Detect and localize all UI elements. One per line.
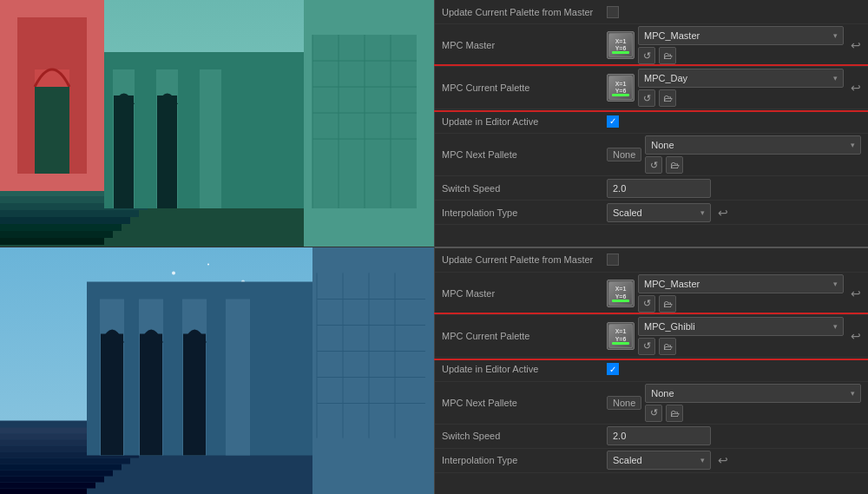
dropdown-mpc-next-2[interactable]: None ▾ <box>645 384 861 403</box>
svg-rect-45 <box>0 477 104 483</box>
chevron-mpc-current-1: ▾ <box>833 74 838 82</box>
icon-row-mpc-next-1: ↺ 🗁 <box>645 156 861 174</box>
label-mpc-master-2: MPC Master <box>442 288 607 299</box>
label-mpc-next-1: MPC Next Pallete <box>442 149 607 160</box>
svg-rect-53 <box>101 334 123 456</box>
svg-rect-10 <box>0 238 104 245</box>
mpc-current-1-group: MPC_Day ▾ ↺ 🗁 <box>638 69 844 107</box>
row-mpc-current-2: MPC Current Palette X=1 Y=6 MPC_Ghibli ▾… <box>435 315 868 358</box>
chevron-mpc-next-2: ▾ <box>851 389 855 398</box>
controls-update-editor-2 <box>607 363 861 375</box>
viewport-top <box>0 0 434 247</box>
folder-btn-mpc-next-1[interactable]: 🗁 <box>666 156 683 174</box>
mpc-icon-current-2: X=1 Y=6 <box>607 322 635 350</box>
dropdown-mpc-master-2[interactable]: MPC_Master ▾ <box>638 274 844 293</box>
icon-row-mpc-next-2: ↺ 🗁 <box>645 405 861 422</box>
properties-section-1: Update Current Palette from Master MPC M… <box>435 0 868 248</box>
reset-icon-mpc-master-2[interactable]: ↩ <box>851 287 861 300</box>
chevron-mpc-current-2: ▾ <box>833 322 838 331</box>
dropdown-mpc-current-2[interactable]: MPC_Ghibli ▾ <box>638 317 844 336</box>
row-interpolation-1: Interpolation Type Scaled ▾ ↩ <box>435 201 868 225</box>
checkbox-update-palette-2[interactable] <box>607 254 619 266</box>
checkbox-update-editor-2[interactable] <box>607 363 619 375</box>
dropdown-mpc-next-1[interactable]: None ▾ <box>645 135 861 155</box>
input-switch-speed-2[interactable] <box>607 426 711 445</box>
folder-btn-mpc-master-1[interactable]: 🗁 <box>659 47 676 64</box>
mpc-master-2-group: MPC_Master ▾ ↺ 🗁 <box>638 274 844 313</box>
folder-btn-mpc-current-1[interactable]: 🗁 <box>659 89 676 107</box>
svg-rect-54 <box>140 334 162 456</box>
chevron-interpolation-2: ▾ <box>700 456 705 464</box>
svg-rect-8 <box>0 224 122 231</box>
controls-update-editor-1 <box>607 115 861 128</box>
label-switch-speed-1: Switch Speed <box>442 183 607 194</box>
dropdown-interpolation-1[interactable]: Scaled ▾ <box>607 203 711 222</box>
reset-icon-mpc-current-2[interactable]: ↩ <box>851 329 861 343</box>
checkbox-update-editor-1[interactable] <box>607 115 619 128</box>
reset-icon-interpolation-1[interactable]: ↩ <box>718 206 728 220</box>
properties-panel: Update Current Palette from Master MPC M… <box>434 0 868 494</box>
none-badge-1: None <box>607 148 641 161</box>
svg-rect-6 <box>0 210 139 217</box>
mpc-master-1-group: MPC_Master ▾ ↺ 🗁 <box>638 26 844 64</box>
controls-interpolation-2: Scaled ▾ ↩ <box>607 451 861 470</box>
svg-rect-52 <box>226 300 250 456</box>
row-mpc-next-2: MPC Next Pallete None None ▾ ↺ 🗁 <box>435 382 868 425</box>
svg-rect-44 <box>0 471 113 477</box>
icon-row-mpc-current-2: ↺ 🗁 <box>638 338 844 355</box>
svg-rect-18 <box>200 69 221 208</box>
svg-rect-43 <box>0 464 122 471</box>
dropdown-interpolation-2[interactable]: Scaled ▾ <box>607 451 711 470</box>
refresh-btn-mpc-current-2[interactable]: ↺ <box>638 338 655 355</box>
dropdown-mpc-current-1[interactable]: MPC_Day ▾ <box>638 69 844 88</box>
folder-btn-mpc-current-2[interactable]: 🗁 <box>659 338 676 355</box>
label-update-palette-2: Update Current Palette from Master <box>442 254 607 265</box>
mpc-current-2-group: MPC_Ghibli ▾ ↺ 🗁 <box>638 317 844 355</box>
refresh-btn-mpc-master-2[interactable]: ↺ <box>638 295 655 313</box>
row-switch-speed-1: Switch Speed <box>435 176 868 201</box>
folder-btn-mpc-next-2[interactable]: 🗁 <box>666 405 683 422</box>
controls-switch-speed-2 <box>607 426 861 445</box>
row-switch-speed-2: Switch Speed <box>435 425 868 449</box>
refresh-btn-mpc-current-1[interactable]: ↺ <box>638 89 655 107</box>
mpc-next-1-group: None ▾ ↺ 🗁 <box>645 135 861 174</box>
label-switch-speed-2: Switch Speed <box>442 431 607 441</box>
reset-icon-mpc-master-1[interactable]: ↩ <box>851 38 861 52</box>
controls-update-palette-2 <box>607 254 861 266</box>
label-interpolation-2: Interpolation Type <box>442 455 607 465</box>
controls-update-palette-1 <box>607 6 861 18</box>
controls-mpc-next-1: None None ▾ ↺ 🗁 <box>607 135 861 174</box>
row-update-palette-2: Update Current Palette from Master <box>435 248 868 273</box>
folder-btn-mpc-master-2[interactable]: 🗁 <box>659 295 676 313</box>
row-update-editor-1: Update in Editor Active <box>435 109 868 134</box>
reset-icon-interpolation-2[interactable]: ↩ <box>718 453 728 467</box>
mpc-next-2-group: None ▾ ↺ 🗁 <box>645 384 861 422</box>
svg-rect-19 <box>114 96 134 208</box>
chevron-mpc-master-2: ▾ <box>833 280 838 288</box>
reset-icon-mpc-current-1[interactable]: ↩ <box>851 81 861 95</box>
refresh-btn-mpc-master-1[interactable]: ↺ <box>638 47 655 64</box>
svg-rect-20 <box>157 96 177 208</box>
row-mpc-next-1: MPC Next Pallete None None ▾ ↺ 🗁 <box>435 134 868 176</box>
controls-mpc-master-1: X=1 Y=6 MPC_Master ▾ ↺ 🗁 ↩ <box>607 26 861 64</box>
row-mpc-master-2: MPC Master X=1 Y=6 MPC_Master ▾ ↺ 🗁 <box>435 273 868 315</box>
mpc-icon-master-2: X=1 Y=6 <box>607 280 635 307</box>
svg-rect-56 <box>312 247 434 494</box>
svg-rect-48 <box>87 282 347 456</box>
svg-rect-9 <box>0 231 113 238</box>
row-mpc-current-1: MPC Current Palette X=1 Y=6 MPC_Day ▾ ↺ <box>435 67 868 109</box>
properties-section-2: Update Current Palette from Master MPC M… <box>435 248 868 495</box>
input-switch-speed-1[interactable] <box>607 179 711 198</box>
label-mpc-current-1: MPC Current Palette <box>442 82 607 93</box>
refresh-btn-mpc-next-2[interactable]: ↺ <box>645 405 662 422</box>
refresh-btn-mpc-next-1[interactable]: ↺ <box>645 156 662 174</box>
dropdown-mpc-master-1[interactable]: MPC_Master ▾ <box>638 26 844 45</box>
chevron-mpc-master-1: ▾ <box>833 31 838 40</box>
checkbox-update-palette-1[interactable] <box>607 6 619 18</box>
svg-rect-46 <box>0 483 95 489</box>
controls-mpc-current-2: X=1 Y=6 MPC_Ghibli ▾ ↺ 🗁 ↩ <box>607 317 861 355</box>
svg-rect-42 <box>0 458 130 464</box>
label-mpc-next-2: MPC Next Pallete <box>442 398 607 408</box>
label-update-editor-1: Update in Editor Active <box>442 116 607 127</box>
viewport-panel <box>0 0 434 494</box>
